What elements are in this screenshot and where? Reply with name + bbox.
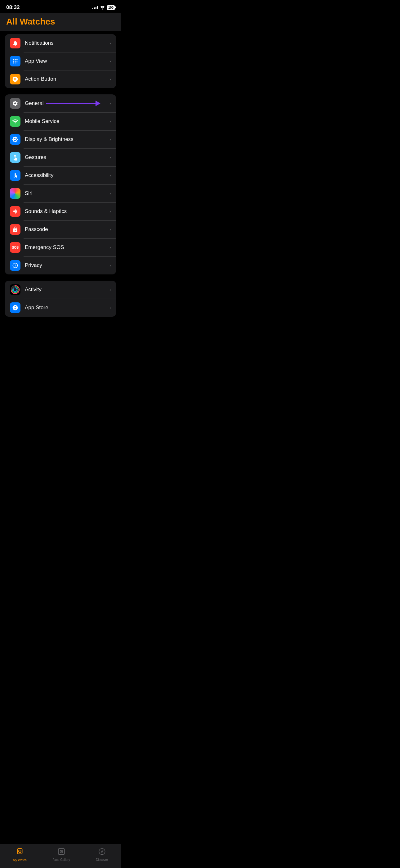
- display-brightness-chevron: ›: [109, 137, 111, 142]
- notifications-row[interactable]: Notifications ›: [5, 34, 116, 52]
- app-store-icon: [10, 302, 21, 313]
- notifications-label: Notifications: [25, 40, 107, 46]
- privacy-chevron: ›: [109, 263, 111, 268]
- svg-point-6: [16, 61, 18, 61]
- action-button-label: Action Button: [25, 76, 107, 82]
- app-view-icon: [10, 56, 21, 66]
- svg-point-0: [102, 8, 103, 9]
- gestures-label: Gestures: [25, 154, 107, 160]
- emergency-sos-chevron: ›: [109, 245, 111, 250]
- general-chevron: ›: [109, 101, 111, 106]
- app-store-row[interactable]: App Store ›: [5, 299, 116, 317]
- mobile-service-label: Mobile Service: [25, 118, 107, 124]
- app-store-chevron: ›: [109, 305, 111, 310]
- notifications-chevron: ›: [109, 41, 111, 45]
- wifi-icon: [100, 6, 105, 10]
- page-title: All Watches: [6, 17, 115, 27]
- status-icons: 100: [92, 5, 115, 10]
- app-view-chevron: ›: [109, 59, 111, 64]
- mobile-service-chevron: ›: [109, 119, 111, 124]
- activity-label: Activity: [25, 286, 107, 293]
- sounds-haptics-label: Sounds & Haptics: [25, 208, 107, 215]
- signal-icon: [92, 6, 98, 9]
- privacy-row[interactable]: Privacy ›: [5, 256, 116, 274]
- emergency-sos-icon: SOS: [10, 242, 21, 253]
- svg-point-2: [14, 59, 15, 60]
- sounds-haptics-chevron: ›: [109, 209, 111, 214]
- battery-icon: 100: [107, 5, 115, 10]
- svg-point-1: [13, 59, 14, 60]
- section-3: Activity › App Store ›: [5, 281, 116, 317]
- privacy-label: Privacy: [25, 262, 107, 269]
- general-row[interactable]: General ›: [5, 94, 116, 113]
- action-button-chevron: ›: [109, 77, 111, 82]
- svg-point-10: [14, 173, 15, 174]
- content: Notifications › App View › Action Button…: [0, 31, 121, 357]
- activity-chevron: ›: [109, 287, 111, 292]
- emergency-sos-row[interactable]: SOS Emergency SOS ›: [5, 239, 116, 256]
- accessibility-label: Accessibility: [25, 172, 107, 179]
- display-brightness-row[interactable]: Display & Brightness ›: [5, 130, 116, 148]
- header: All Watches: [0, 13, 121, 31]
- accessibility-chevron: ›: [109, 173, 111, 178]
- gestures-icon: [10, 152, 21, 163]
- status-time: 08:32: [6, 4, 20, 10]
- sounds-haptics-icon: [10, 206, 21, 217]
- accessibility-row[interactable]: Accessibility ›: [5, 166, 116, 184]
- activity-icon: [10, 284, 21, 295]
- svg-point-3: [16, 59, 18, 60]
- siri-row[interactable]: Siri ›: [5, 184, 116, 203]
- gestures-row[interactable]: Gestures ›: [5, 148, 116, 166]
- accessibility-icon: [10, 170, 21, 181]
- section-1: Notifications › App View › Action Button…: [5, 34, 116, 88]
- general-label: General: [25, 100, 107, 106]
- svg-point-7: [13, 62, 14, 63]
- siri-icon: [10, 188, 21, 199]
- app-store-label: App Store: [25, 305, 107, 311]
- passcode-row[interactable]: Passcode ›: [5, 220, 116, 239]
- passcode-label: Passcode: [25, 226, 107, 232]
- action-button-icon: [10, 74, 21, 85]
- privacy-icon: [10, 260, 21, 271]
- activity-row[interactable]: Activity ›: [5, 281, 116, 299]
- siri-chevron: ›: [109, 191, 111, 196]
- gestures-chevron: ›: [109, 155, 111, 160]
- mobile-service-icon: [10, 116, 21, 127]
- svg-point-4: [13, 61, 14, 61]
- app-view-label: App View: [25, 58, 107, 64]
- emergency-sos-label: Emergency SOS: [25, 244, 107, 251]
- general-icon: [10, 98, 21, 108]
- app-view-row[interactable]: App View ›: [5, 52, 116, 70]
- svg-point-9: [16, 62, 18, 63]
- svg-point-5: [14, 61, 15, 61]
- passcode-chevron: ›: [109, 227, 111, 232]
- battery-level: 100: [108, 6, 113, 9]
- action-button-row[interactable]: Action Button ›: [5, 70, 116, 88]
- passcode-icon: [10, 224, 21, 235]
- mobile-service-row[interactable]: Mobile Service ›: [5, 113, 116, 130]
- display-brightness-label: Display & Brightness: [25, 136, 107, 143]
- sounds-haptics-row[interactable]: Sounds & Haptics ›: [5, 203, 116, 220]
- display-brightness-icon: [10, 134, 21, 145]
- siri-label: Siri: [25, 190, 107, 196]
- section-2: General › Mobile Service › Disp: [5, 94, 116, 274]
- svg-point-8: [14, 62, 15, 63]
- status-bar: 08:32 100: [0, 0, 121, 13]
- notifications-icon: [10, 38, 21, 49]
